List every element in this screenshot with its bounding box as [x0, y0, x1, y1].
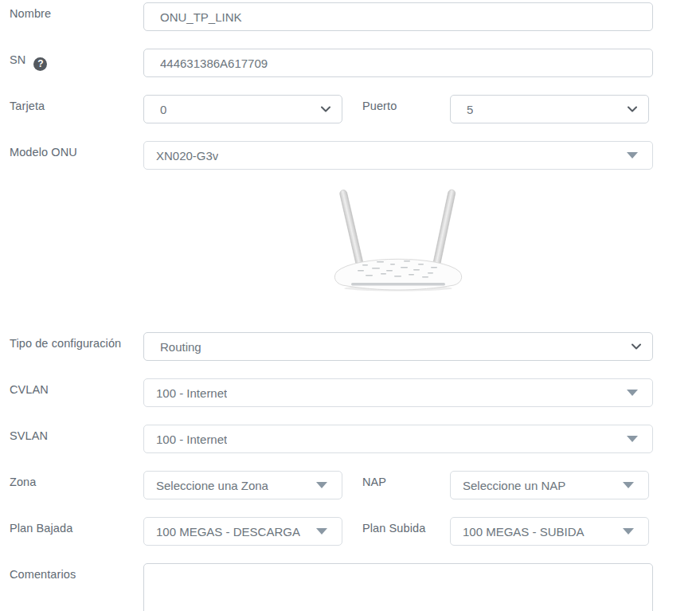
chevron-down-icon: [321, 106, 330, 112]
right-antenna: [432, 189, 456, 268]
caret-down-icon: [627, 390, 638, 396]
plan-subida-label: Plan Subida: [362, 517, 450, 535]
caret-down-icon: [627, 152, 638, 159]
caret-down-icon: [623, 528, 634, 535]
form-row-svlan: SVLAN 100 - Internet: [10, 425, 700, 453]
form-row-zona-nap: Zona Seleccione una Zona NAP Seleccione …: [10, 471, 700, 499]
form-row-comentarios: Comentarios: [10, 563, 700, 611]
zona-select[interactable]: Seleccione una Zona: [143, 471, 342, 499]
plan-bajada-label: Plan Bajada: [10, 517, 143, 535]
plan-bajada-select[interactable]: 100 MEGAS - DESCARGA: [143, 517, 342, 546]
tarjeta-label: Tarjeta: [10, 95, 143, 112]
modelo-onu-select[interactable]: XN020-G3v: [143, 141, 653, 170]
tarjeta-selected-value: 0: [160, 103, 166, 116]
puerto-selected-value: 5: [467, 103, 473, 116]
plan-bajada-selected-value: 100 MEGAS - DESCARGA: [156, 525, 300, 539]
svlan-label: SVLAN: [10, 425, 143, 442]
left-antenna: [339, 190, 364, 268]
nap-label: NAP: [362, 471, 450, 488]
form-row-modelo-onu: Modelo ONU XN020-G3v: [10, 141, 700, 170]
help-icon[interactable]: ?: [33, 57, 47, 71]
tipo-configuracion-label: Tipo de configuración: [10, 332, 143, 350]
puerto-label: Puerto: [362, 95, 450, 112]
zona-placeholder: Seleccione una Zona: [156, 479, 268, 492]
sn-label-text: SN: [10, 53, 25, 66]
nap-placeholder: Seleccione un NAP: [463, 479, 565, 492]
form-row-nombre: Nombre: [10, 2, 700, 31]
nombre-label: Nombre: [10, 2, 143, 20]
puerto-select[interactable]: 5: [450, 95, 649, 123]
device-image-row: [143, 187, 653, 292]
sn-input[interactable]: [143, 49, 653, 77]
tipo-configuracion-selected-value: Routing: [160, 340, 201, 354]
caret-down-icon: [627, 436, 638, 442]
caret-down-icon: [623, 482, 634, 488]
form-row-planes: Plan Bajada 100 MEGAS - DESCARGA Plan Su…: [10, 517, 700, 546]
modelo-onu-label: Modelo ONU: [10, 141, 143, 159]
onu-device-image: [330, 187, 466, 292]
zona-label: Zona: [10, 471, 143, 488]
cvlan-label: CVLAN: [10, 378, 143, 396]
modelo-onu-selected-value: XN020-G3v: [156, 149, 218, 163]
cvlan-selected-value: 100 - Internet: [156, 386, 227, 400]
form-row-tarjeta-puerto: Tarjeta 0 Puerto 5: [10, 95, 700, 123]
onu-config-form: Nombre SN ? Tarjeta 0 Puerto 5 Modelo ON…: [0, 0, 700, 611]
form-row-cvlan: CVLAN 100 - Internet: [10, 378, 700, 407]
tipo-configuracion-select[interactable]: Routing: [143, 332, 653, 361]
plan-subida-selected-value: 100 MEGAS - SUBIDA: [463, 525, 585, 539]
svlan-selected-value: 100 - Internet: [156, 433, 227, 446]
svlan-select[interactable]: 100 - Internet: [143, 425, 653, 453]
cvlan-select[interactable]: 100 - Internet: [143, 378, 653, 407]
tarjeta-select[interactable]: 0: [143, 95, 342, 123]
sn-label: SN ?: [10, 49, 143, 71]
comentarios-label: Comentarios: [10, 563, 143, 581]
caret-down-icon: [316, 528, 327, 535]
form-row-tipo-configuracion: Tipo de configuración Routing: [10, 332, 700, 361]
caret-down-icon: [316, 482, 327, 488]
nap-select[interactable]: Seleccione un NAP: [450, 471, 649, 499]
form-row-sn: SN ?: [10, 49, 700, 77]
chevron-down-icon: [628, 106, 637, 112]
device-vent-strip: [351, 283, 445, 285]
plan-subida-select[interactable]: 100 MEGAS - SUBIDA: [450, 517, 649, 546]
nombre-input[interactable]: [143, 2, 653, 31]
chevron-down-icon: [632, 343, 641, 350]
comentarios-textarea[interactable]: [143, 563, 653, 611]
